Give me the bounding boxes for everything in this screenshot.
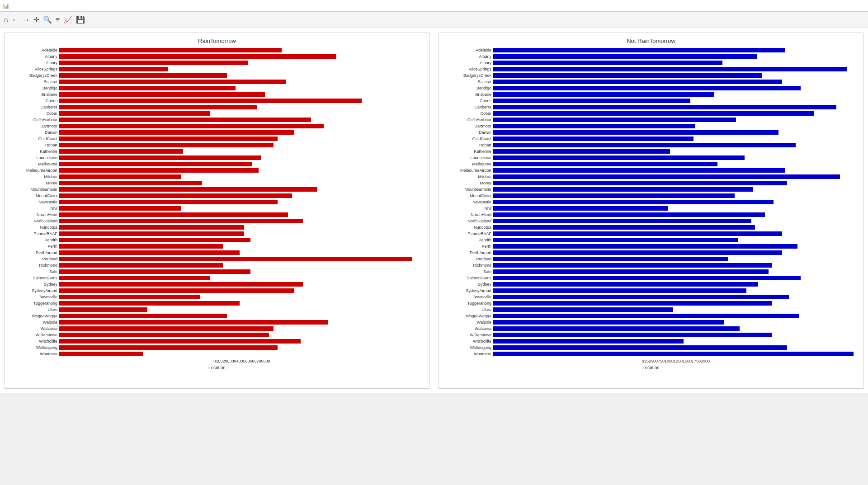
chart-area-1: AdelaideAlbanyAlburyAliceSpringsBadgerys… xyxy=(443,47,859,357)
bar xyxy=(59,244,223,249)
bar-wrapper xyxy=(59,162,425,166)
bar-wrapper xyxy=(493,250,859,255)
bar xyxy=(493,352,854,356)
bar-row: Richmond xyxy=(9,262,425,268)
bar xyxy=(59,200,278,204)
bar-wrapper xyxy=(493,67,859,71)
configure-icon[interactable]: ≡ xyxy=(56,16,60,24)
bar-label: Moree xyxy=(9,181,59,185)
bar-row: Darwin xyxy=(443,129,859,135)
bar xyxy=(59,118,311,122)
bar-label: PerthAirport xyxy=(9,250,59,255)
bar-label: Cobar xyxy=(9,111,59,116)
bar-row: Sydney xyxy=(443,281,859,287)
bar-row: Adelaide xyxy=(9,47,425,53)
bar xyxy=(59,162,252,166)
bar-wrapper xyxy=(493,174,859,179)
bar-row: Hobart xyxy=(443,142,859,148)
line-icon[interactable]: 📈 xyxy=(63,15,72,24)
bar xyxy=(59,92,265,97)
bar-label: Sale xyxy=(9,269,59,274)
x-tick: 600 xyxy=(250,359,257,363)
bar xyxy=(493,326,740,331)
x-axis-label: Location xyxy=(642,365,660,370)
bar xyxy=(59,124,324,128)
bar-label: Witchcliffe xyxy=(9,339,59,344)
bar-row: Williamtown xyxy=(443,332,859,338)
home-icon[interactable]: ⌂ xyxy=(4,16,8,24)
bar-row: Nhil xyxy=(443,205,859,211)
bar xyxy=(493,86,801,90)
bar xyxy=(493,219,751,223)
bar xyxy=(493,155,745,160)
bar-label: Canberra xyxy=(9,105,59,109)
bar xyxy=(493,257,728,261)
bar-row: Cairns xyxy=(443,98,859,104)
bar-row: Newcastle xyxy=(443,199,859,205)
bar-row: PerthAirport xyxy=(9,250,425,255)
bar-row: Cobar xyxy=(9,110,425,116)
bar-wrapper xyxy=(59,124,425,128)
bar-wrapper xyxy=(493,238,859,242)
bar-row: Moree xyxy=(443,180,859,186)
bar-row: Newcastle xyxy=(9,199,425,205)
bar xyxy=(59,301,240,306)
bar-row: PearceRAAF xyxy=(9,231,425,236)
bar-row: SalmonGums xyxy=(9,275,425,281)
bar-label: MelbourneAirport xyxy=(9,168,59,173)
bar-row: Townsville xyxy=(9,294,425,300)
x-tick: 500 xyxy=(243,359,250,363)
bar xyxy=(493,149,670,154)
bar xyxy=(493,143,796,147)
bar-row: Bendigo xyxy=(443,85,859,91)
bar-wrapper xyxy=(59,48,425,52)
bar-row: Brisbane xyxy=(443,91,859,97)
bar-row: SydneyAirport xyxy=(443,287,859,293)
bar-wrapper xyxy=(493,124,859,128)
bar xyxy=(59,174,181,179)
bar-row: NorahHead xyxy=(443,212,859,217)
x-tick: 750 xyxy=(658,359,665,363)
bar-wrapper xyxy=(59,143,425,147)
bar-wrapper xyxy=(493,181,859,185)
bar-wrapper xyxy=(59,86,425,90)
bar-wrapper xyxy=(493,352,859,356)
bar-label: Sydney xyxy=(9,282,59,287)
bar-label: Cairns xyxy=(443,99,493,103)
back-icon[interactable]: ← xyxy=(12,16,19,24)
save-icon[interactable]: 💾 xyxy=(76,15,85,24)
bar-row: Darwin xyxy=(9,129,425,135)
bar xyxy=(59,155,261,160)
bar xyxy=(59,149,183,154)
bar-wrapper xyxy=(493,326,859,331)
bar-row: Portland xyxy=(443,256,859,262)
bar-label: SalmonGums xyxy=(9,276,59,280)
bar-label: Portland xyxy=(9,257,59,261)
bar-label: Melbourne xyxy=(9,162,59,166)
bar-label: SydneyAirport xyxy=(9,288,59,293)
bar xyxy=(59,288,294,293)
bar-label: Perth xyxy=(9,244,59,249)
bar-row: WaggaWagga xyxy=(443,313,859,319)
bar xyxy=(59,130,294,135)
bar-label: Mildura xyxy=(9,174,59,179)
bar-label: Penrith xyxy=(9,238,59,242)
bar-label: Newcastle xyxy=(9,200,59,204)
bar xyxy=(59,314,227,318)
zoom-icon[interactable]: 🔍 xyxy=(43,15,52,24)
bar xyxy=(493,212,765,217)
bar-label: Launceston xyxy=(9,155,59,160)
bar-row: Mildura xyxy=(9,174,425,179)
bar xyxy=(493,124,695,128)
bar-wrapper xyxy=(59,137,425,141)
bar xyxy=(59,282,303,287)
x-tick: 300 xyxy=(229,359,236,363)
bar xyxy=(493,181,787,185)
move-icon[interactable]: ✛ xyxy=(33,15,39,24)
bar xyxy=(59,257,412,261)
bar-wrapper xyxy=(493,206,859,211)
forward-icon[interactable]: → xyxy=(23,16,30,24)
bar xyxy=(493,276,801,280)
bar-wrapper xyxy=(59,92,425,97)
figure-icon: 📊 xyxy=(3,3,9,9)
